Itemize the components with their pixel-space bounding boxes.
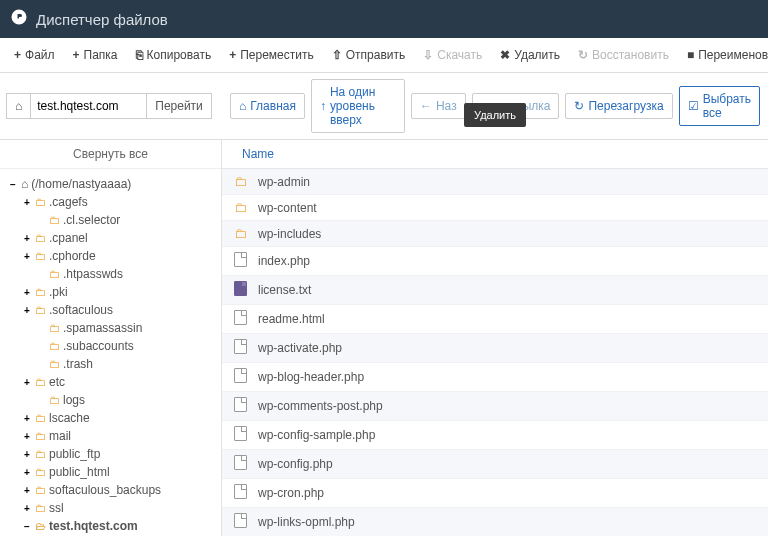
tree-node[interactable]: +🗀.pki (4, 283, 217, 301)
folder-icon: 🗀 (35, 412, 46, 424)
tree-label: .cphorde (49, 249, 96, 263)
tree-label: ssl (49, 501, 64, 515)
tree-toggle-icon[interactable]: + (22, 233, 32, 244)
file-name: index.php (258, 254, 310, 268)
tree-toggle-icon[interactable]: + (22, 305, 32, 316)
tree-toggle-icon[interactable]: − (22, 521, 32, 532)
toolbar-папка-button[interactable]: +Папка (67, 44, 124, 66)
tree-node[interactable]: +🗀public_ftp (4, 445, 217, 463)
tree-toggle-icon[interactable]: − (8, 179, 18, 190)
toolbar-файл-button[interactable]: +Файл (8, 44, 61, 66)
file-name: license.txt (258, 283, 311, 297)
toolbar-icon: ⇧ (332, 48, 342, 62)
tree-label: logs (63, 393, 85, 407)
main-toolbar: +Файл+Папка⎘Копировать+Переместить⇧Отпра… (0, 38, 768, 73)
tree-node[interactable]: +🗀ssl (4, 499, 217, 517)
tree-node[interactable]: +🗀softaculous_backups (4, 481, 217, 499)
action-4-button[interactable]: ↻Перезагрузка (565, 93, 672, 119)
toolbar-отправить-button[interactable]: ⇧Отправить (326, 44, 412, 66)
tree-label: .cpanel (49, 231, 88, 245)
tree-node[interactable]: 🗀.trash (4, 355, 217, 373)
file-icon (234, 484, 247, 499)
folder-tree: −⌂(/home/nastyaaaa)+🗀.cagefs🗀.cl.selecto… (0, 169, 221, 536)
file-name: wp-includes (258, 227, 321, 241)
file-row[interactable]: license.txt (222, 276, 768, 305)
toolbar-удалить-button[interactable]: ✖Удалить (494, 44, 566, 66)
path-bar: ⌂ Перейти (0, 73, 222, 139)
file-row[interactable]: wp-config.php (222, 450, 768, 479)
column-header-name[interactable]: Name (222, 140, 768, 169)
tree-node[interactable]: 🗀logs (4, 391, 217, 409)
file-icon (234, 426, 247, 441)
tree-toggle-icon[interactable]: + (22, 197, 32, 208)
folder-icon: 🗀 (35, 502, 46, 514)
tree-label: .cl.selector (63, 213, 120, 227)
toolbar-копировать-button[interactable]: ⎘Копировать (130, 44, 218, 66)
cpanel-logo-icon (10, 8, 28, 30)
tree-toggle-icon[interactable]: + (22, 449, 32, 460)
file-row[interactable]: readme.html (222, 305, 768, 334)
tree-node[interactable]: +🗀.cpanel (4, 229, 217, 247)
toolbar-переименовать-button[interactable]: ■Переименовать (681, 44, 768, 66)
file-icon (234, 513, 247, 528)
tree-node[interactable]: +🗀public_html (4, 463, 217, 481)
tree-toggle-icon[interactable]: + (22, 413, 32, 424)
file-row[interactable]: wp-links-opml.php (222, 508, 768, 536)
folder-icon: 🗀 (49, 340, 60, 352)
tree-label: (/home/nastyaaaa) (31, 177, 131, 191)
home-button[interactable]: ⌂ (6, 93, 31, 119)
folder-icon: 🗀 (49, 394, 60, 406)
go-button[interactable]: Перейти (147, 93, 212, 119)
folder-icon: 🗀 (49, 268, 60, 280)
file-row[interactable]: wp-config-sample.php (222, 421, 768, 450)
tree-node[interactable]: +🗀lscache (4, 409, 217, 427)
file-name: wp-blog-header.php (258, 370, 364, 384)
toolbar-скачать-button: ⇩Скачать (417, 44, 488, 66)
file-icon (234, 368, 247, 383)
folder-icon: 🗀 (35, 466, 46, 478)
action-icon: ⌂ (239, 99, 246, 113)
tree-node[interactable]: +🗀mail (4, 427, 217, 445)
file-row[interactable]: 🗀wp-includes (222, 221, 768, 247)
tree-node[interactable]: 🗀.spamassassin (4, 319, 217, 337)
tree-node[interactable]: 🗀.subaccounts (4, 337, 217, 355)
tree-node[interactable]: 🗀.cl.selector (4, 211, 217, 229)
tree-node[interactable]: +🗀etc (4, 373, 217, 391)
file-row[interactable]: 🗀wp-admin (222, 169, 768, 195)
file-row[interactable]: index.php (222, 247, 768, 276)
folder-icon: 🗀 (49, 358, 60, 370)
tree-node[interactable]: +🗀.cphorde (4, 247, 217, 265)
toolbar-переместить-button[interactable]: +Переместить (223, 44, 320, 66)
tree-node[interactable]: +🗀.cagefs (4, 193, 217, 211)
tree-node[interactable]: +🗀.softaculous (4, 301, 217, 319)
tree-toggle-icon[interactable]: + (22, 287, 32, 298)
folder-icon: 🗀 (35, 286, 46, 298)
tree-node[interactable]: −⌂(/home/nastyaaaa) (4, 175, 217, 193)
tree-toggle-icon[interactable]: + (22, 467, 32, 478)
folder-icon: 🗀 (49, 214, 60, 226)
file-name: wp-comments-post.php (258, 399, 383, 413)
collapse-all-button[interactable]: Свернуть все (0, 140, 221, 169)
tree-node[interactable]: −🗁test.hqtest.com (4, 517, 217, 535)
file-row[interactable]: 🗀wp-content (222, 195, 768, 221)
tree-toggle-icon[interactable]: + (22, 503, 32, 514)
file-row[interactable]: wp-activate.php (222, 334, 768, 363)
file-row[interactable]: wp-comments-post.php (222, 392, 768, 421)
tree-toggle-icon[interactable]: + (22, 377, 32, 388)
delete-tooltip: Удалить (464, 103, 526, 127)
path-input[interactable] (31, 93, 147, 119)
tree-node[interactable]: 🗀.htpasswds (4, 265, 217, 283)
action-1-button[interactable]: ↑На один уровень вверх (311, 79, 405, 133)
action-5-button[interactable]: ☑Выбрать все (679, 86, 760, 126)
tree-toggle-icon[interactable]: + (22, 485, 32, 496)
tree-toggle-icon[interactable]: + (22, 251, 32, 262)
folder-icon: 🗀 (234, 200, 247, 215)
file-row[interactable]: wp-cron.php (222, 479, 768, 508)
file-row[interactable]: wp-blog-header.php (222, 363, 768, 392)
action-0-button[interactable]: ⌂Главная (230, 93, 305, 119)
action-2-button[interactable]: ←Наз (411, 93, 466, 119)
text-file-icon (234, 281, 247, 296)
toolbar-icon: ⎘ (136, 48, 143, 62)
action-icon: ↑ (320, 99, 326, 113)
tree-toggle-icon[interactable]: + (22, 431, 32, 442)
